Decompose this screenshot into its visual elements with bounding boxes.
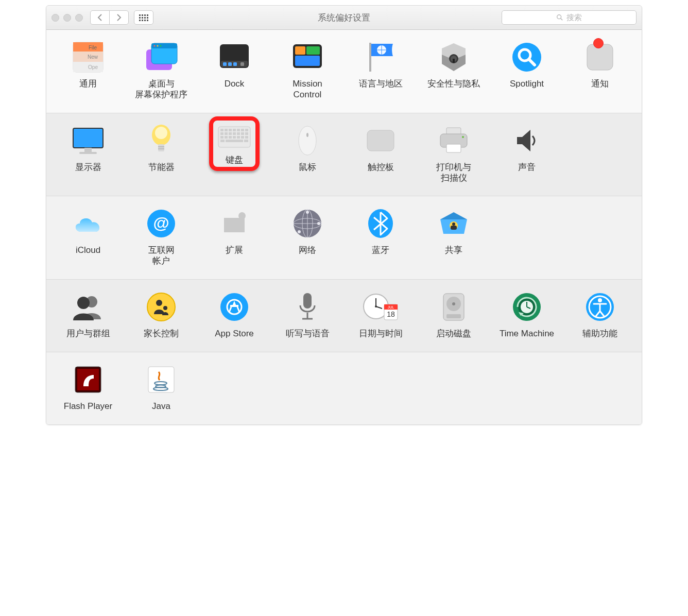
pref-language-region[interactable]: 语言与地区 (344, 39, 417, 100)
svg-point-111 (452, 302, 455, 305)
svg-point-93 (77, 297, 90, 309)
pref-flash-player[interactable]: Flash Player (51, 362, 125, 412)
svg-rect-61 (225, 136, 228, 139)
pref-notifications[interactable]: 通知 (563, 39, 637, 100)
accessibility-icon (582, 289, 618, 325)
pref-printers-scanners[interactable]: 打印机与 扫描仪 (417, 123, 490, 184)
pref-security-privacy[interactable]: 安全性与隐私 (417, 39, 490, 100)
svg-point-13 (157, 45, 158, 46)
svg-rect-42 (158, 144, 164, 151)
pref-spotlight[interactable]: Spotlight (490, 39, 563, 100)
group-hardware: 显示器 节能器 (46, 113, 642, 197)
group-thirdparty: Flash Player Java (46, 352, 642, 424)
svg-point-70 (299, 126, 316, 155)
svg-rect-66 (245, 136, 248, 139)
forward-button[interactable] (109, 11, 128, 24)
pref-general[interactable]: FileNewOpe 通用 (51, 39, 125, 100)
pref-keyboard[interactable]: 键盘 (198, 123, 271, 184)
trackpad-icon (363, 123, 399, 159)
svg-rect-69 (244, 140, 248, 142)
svg-rect-63 (233, 136, 236, 139)
cal-day: 18 (387, 310, 395, 318)
zoom-window-button[interactable] (75, 14, 83, 22)
svg-rect-18 (228, 62, 232, 66)
pref-label: 用户与群组 (66, 328, 110, 339)
svg-point-121 (598, 298, 602, 302)
svg-point-95 (156, 300, 162, 306)
pref-energy-saver[interactable]: 节能器 (125, 123, 198, 184)
pref-label: iCloud (76, 245, 100, 256)
pref-label: 网络 (299, 245, 316, 256)
desktop-icon (143, 39, 179, 75)
pref-mouse[interactable]: 鼠标 (271, 123, 344, 184)
titlebar: 系统偏好设置 搜索 (46, 6, 642, 30)
svg-rect-54 (225, 132, 228, 135)
pref-sharing[interactable]: 共享 (417, 206, 490, 267)
show-all-button[interactable] (134, 10, 153, 25)
pref-sound[interactable]: 声音 (490, 123, 563, 184)
displays-icon (70, 123, 106, 159)
pref-startup-disk[interactable]: 启动磁盘 (417, 289, 490, 339)
back-button[interactable] (91, 11, 109, 24)
svg-rect-24 (295, 56, 320, 66)
svg-rect-99 (230, 305, 238, 307)
svg-rect-49 (233, 129, 236, 131)
pref-desktop[interactable]: 桌面与 屏幕保护程序 (125, 39, 198, 100)
pref-displays[interactable]: 显示器 (51, 123, 125, 184)
pref-label: 互联网 帐户 (148, 245, 175, 267)
pref-trackpad[interactable]: 触控板 (344, 123, 417, 184)
svg-rect-68 (226, 140, 243, 142)
pref-icloud[interactable]: iCloud (51, 206, 125, 267)
svg-rect-48 (229, 129, 232, 131)
spotlight-icon (509, 39, 545, 75)
svg-point-106 (375, 305, 377, 307)
svg-point-87 (298, 230, 301, 233)
search-field[interactable]: 搜索 (502, 10, 637, 25)
svg-point-14 (160, 45, 161, 46)
pref-label: 蓝牙 (372, 245, 389, 256)
pref-date-time[interactable]: JUL18 日期与时间 (344, 289, 417, 339)
pref-java[interactable]: Java (125, 362, 198, 412)
pref-accessibility[interactable]: 辅助功能 (563, 289, 637, 339)
pref-extensions[interactable]: 扩展 (198, 206, 271, 267)
keyboard-highlight: 键盘 (209, 116, 260, 171)
search-placeholder: 搜索 (566, 13, 582, 23)
svg-rect-37 (73, 128, 103, 148)
pref-mission-control[interactable]: Mission Control (271, 39, 344, 100)
users-icon (70, 289, 106, 325)
icloud-icon (70, 206, 106, 242)
svg-rect-50 (237, 129, 240, 131)
pref-network[interactable]: 网络 (271, 206, 344, 267)
group-internet: iCloud @ 互联网 帐户 扩展 网络 (46, 196, 642, 280)
pref-label: 安全性与隐私 (427, 78, 480, 90)
pref-label: 通用 (79, 78, 97, 90)
startup-disk-icon (436, 289, 472, 325)
pref-internet-accounts[interactable]: @ 互联网 帐户 (125, 206, 198, 267)
pref-label: Java (152, 401, 170, 412)
pref-app-store[interactable]: App Store (198, 289, 271, 339)
svg-point-86 (317, 222, 320, 225)
minimize-window-button[interactable] (63, 14, 71, 22)
nav-buttons (90, 10, 129, 25)
pref-bluetooth[interactable]: 蓝牙 (344, 206, 417, 267)
svg-point-41 (155, 127, 167, 139)
svg-point-96 (163, 306, 167, 310)
svg-point-32 (512, 43, 541, 72)
pref-parental-controls[interactable]: 家长控制 (125, 289, 198, 339)
pref-time-machine[interactable]: Time Machine (490, 289, 563, 339)
svg-rect-57 (237, 132, 240, 135)
svg-point-71 (306, 133, 308, 137)
group-personal: FileNewOpe 通用 桌面与 屏幕保护程序 Dock (46, 30, 642, 113)
pref-dictation-speech[interactable]: 听写与语音 (271, 289, 344, 339)
pref-users-groups[interactable]: 用户与群组 (51, 289, 125, 339)
pref-dock[interactable]: Dock (198, 39, 271, 100)
svg-point-0 (557, 15, 561, 19)
svg-text:New: New (88, 54, 98, 60)
pref-label: 节能器 (148, 162, 175, 173)
language-icon (363, 39, 399, 75)
pref-label: Flash Player (64, 401, 112, 412)
svg-rect-124 (148, 367, 174, 392)
svg-point-76 (462, 136, 464, 138)
pref-label: 听写与语音 (286, 328, 330, 339)
close-window-button[interactable] (51, 14, 59, 22)
